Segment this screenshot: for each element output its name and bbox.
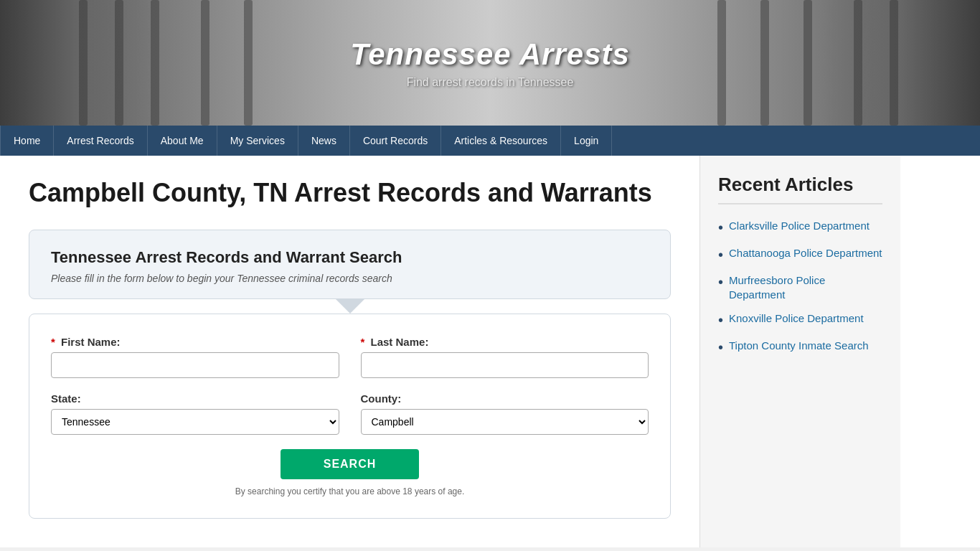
form-disclaimer: By searching you certify that you are ab… [51, 486, 649, 496]
search-box-title: Tennessee Arrest Records and Warrant Sea… [51, 248, 649, 267]
bullet-icon: • [718, 339, 723, 356]
name-row: * First Name: * Last Name: [51, 336, 649, 378]
hands-right [822, 0, 980, 126]
sidebar-article-list: •Clarksville Police Department•Chattanoo… [718, 219, 882, 356]
first-name-group: * First Name: [51, 336, 339, 378]
main-layout: Campbell County, TN Arrest Records and W… [0, 156, 980, 547]
sidebar-article-link[interactable]: Knoxville Police Department [729, 311, 864, 326]
county-group: County: Campbell [361, 392, 649, 435]
first-name-input[interactable] [51, 352, 339, 378]
nav-item-about-me[interactable]: About Me [148, 126, 217, 156]
search-button[interactable]: SEARCH [281, 449, 420, 479]
header-text: Tennessee Arrests Find arrest records in… [350, 37, 630, 89]
list-item: •Knoxville Police Department [718, 311, 882, 329]
last-name-input[interactable] [361, 352, 649, 378]
first-name-required: * [51, 336, 55, 348]
chevron-connector [29, 299, 671, 314]
nav-item-news[interactable]: News [298, 126, 350, 156]
sidebar-title: Recent Articles [718, 174, 882, 204]
sidebar-article-link[interactable]: Clarksville Police Department [729, 219, 870, 233]
content-area: Campbell County, TN Arrest Records and W… [0, 156, 699, 547]
main-nav: HomeArrest RecordsAbout MeMy ServicesNew… [0, 126, 980, 156]
form-section: * First Name: * Last Name: State: [29, 314, 671, 519]
hands-left [0, 0, 158, 126]
bullet-icon: • [718, 273, 723, 291]
site-title: Tennessee Arrests [350, 37, 630, 72]
list-item: •Chattanooga Police Department [718, 246, 882, 263]
nav-item-court-records[interactable]: Court Records [350, 126, 441, 156]
list-item: •Murfreesboro Police Department [718, 273, 882, 301]
search-description-box: Tennessee Arrest Records and Warrant Sea… [29, 230, 671, 299]
last-name-group: * Last Name: [361, 336, 649, 378]
nav-item-articles-&-resources[interactable]: Articles & Resources [441, 126, 561, 156]
page-title: Campbell County, TN Arrest Records and W… [29, 177, 671, 208]
list-item: •Clarksville Police Department [718, 219, 882, 236]
site-subtitle: Find arrest records in Tennessee [350, 76, 630, 89]
nav-item-login[interactable]: Login [561, 126, 612, 156]
county-select[interactable]: Campbell [361, 409, 649, 435]
nav-item-home[interactable]: Home [0, 126, 54, 156]
location-row: State: Tennessee County: Campbell [51, 392, 649, 435]
nav-item-arrest-records[interactable]: Arrest Records [54, 126, 147, 156]
site-header: Tennessee Arrests Find arrest records in… [0, 0, 980, 126]
bullet-icon: • [718, 311, 723, 329]
bullet-icon: • [718, 246, 723, 263]
nav-item-my-services[interactable]: My Services [217, 126, 298, 156]
county-label: County: [361, 392, 649, 405]
search-btn-wrap: SEARCH [51, 449, 649, 479]
state-select[interactable]: Tennessee [51, 409, 339, 435]
state-group: State: Tennessee [51, 392, 339, 435]
sidebar-article-link[interactable]: Chattanooga Police Department [729, 246, 882, 260]
sidebar: Recent Articles •Clarksville Police Depa… [699, 156, 900, 547]
search-box-subtitle: Please fill in the form below to begin y… [51, 273, 649, 284]
state-label: State: [51, 392, 339, 405]
bullet-icon: • [718, 219, 723, 236]
last-name-label: * Last Name: [361, 336, 649, 348]
first-name-label: * First Name: [51, 336, 339, 348]
last-name-required: * [361, 336, 365, 348]
sidebar-article-link[interactable]: Murfreesboro Police Department [729, 273, 882, 301]
sidebar-article-link[interactable]: Tipton County Inmate Search [729, 339, 869, 353]
list-item: •Tipton County Inmate Search [718, 339, 882, 356]
